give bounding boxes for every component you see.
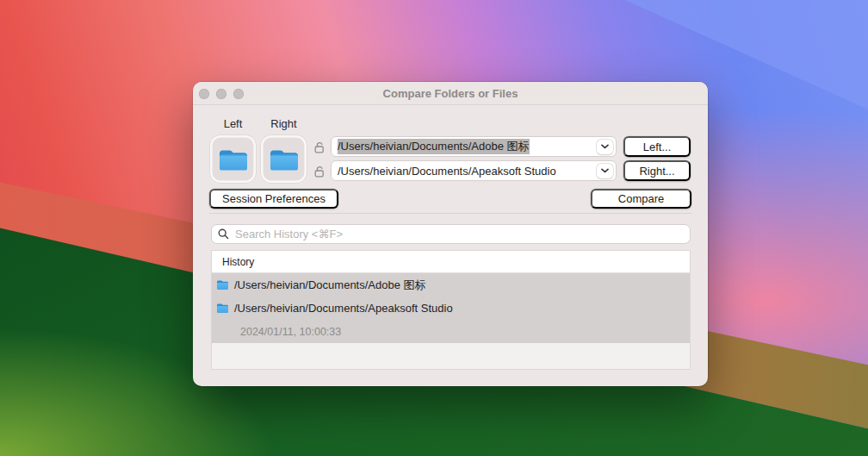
right-path-combobox[interactable]: /Users/heivian/Documents/Apeaksoft Studi…: [331, 160, 617, 181]
lock-open-icon: [313, 165, 326, 178]
window-title: Compare Folders or Files: [193, 82, 708, 105]
choose-right-button[interactable]: Right...: [623, 160, 691, 181]
history-column-header: History: [212, 251, 690, 273]
history-timestamp-text: 2024/01/11, 10:00:33: [240, 326, 341, 338]
pane-label-left: Left: [210, 117, 256, 130]
minimize-button[interactable]: [216, 89, 226, 99]
folder-icon: [268, 146, 301, 172]
right-path-dropdown-button[interactable]: [597, 164, 613, 178]
history-table: History /Users/heivian/Documents/Adobe 图…: [211, 250, 691, 370]
left-folder-button[interactable]: [210, 135, 256, 183]
titlebar: Compare Folders or Files: [193, 82, 708, 105]
pane-label-right: Right: [261, 117, 307, 130]
search-input[interactable]: [211, 224, 691, 244]
content-divider: [209, 213, 691, 214]
right-lock-button[interactable]: [313, 165, 326, 178]
right-path-value: /Users/heivian/Documents/Apeaksoft Studi…: [338, 165, 556, 178]
session-preferences-button[interactable]: Session Preferences: [209, 189, 338, 209]
history-row-timestamp[interactable]: 2024/01/11, 10:00:33: [212, 320, 690, 343]
compare-button[interactable]: Compare: [591, 189, 691, 209]
compare-dialog-window: Compare Folders or Files Left Right /Use…: [193, 82, 708, 386]
history-right-path-text: /Users/heivian/Documents/Apeaksoft Studi…: [234, 302, 453, 315]
right-folder-button[interactable]: [261, 135, 307, 183]
history-column-header-label: History: [222, 256, 254, 268]
left-path-value: /Users/heivian/Documents/Adobe 图标: [338, 139, 530, 154]
folder-icon-small: [216, 303, 229, 314]
zoom-button[interactable]: [233, 89, 244, 99]
left-path-dropdown-button[interactable]: [597, 140, 613, 154]
folder-icon-small: [216, 279, 229, 290]
choose-left-button[interactable]: Left...: [623, 136, 691, 157]
left-lock-button[interactable]: [313, 141, 326, 154]
left-path-combobox[interactable]: /Users/heivian/Documents/Adobe 图标: [331, 136, 617, 157]
search-icon: [218, 228, 229, 240]
lock-open-icon: [313, 141, 326, 154]
history-selected-entry[interactable]: /Users/heivian/Documents/Adobe 图标 /Users…: [212, 273, 690, 343]
close-button[interactable]: [199, 89, 209, 99]
search-history-field: [211, 224, 691, 244]
history-left-path-text: /Users/heivian/Documents/Adobe 图标: [234, 278, 426, 293]
chevron-down-icon: [601, 144, 609, 149]
chevron-down-icon: [601, 168, 609, 173]
history-row-right-path[interactable]: /Users/heivian/Documents/Apeaksoft Studi…: [212, 297, 690, 320]
folder-icon: [217, 146, 250, 172]
history-row-left-path[interactable]: /Users/heivian/Documents/Adobe 图标: [212, 273, 690, 297]
